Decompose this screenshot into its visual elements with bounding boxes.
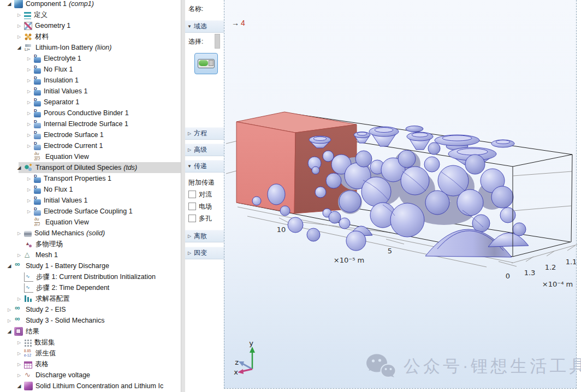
- graphics-window[interactable]: →4: [224, 0, 577, 389]
- tree-item[interactable]: ▷材料: [0, 31, 181, 42]
- collapsed-arrow-icon[interactable]: ▷: [25, 122, 33, 127]
- tree-item[interactable]: ▷Initial Values 1: [0, 195, 181, 206]
- tree-item[interactable]: ▷Study 2 - EIS: [0, 304, 181, 315]
- collapsed-arrow-icon[interactable]: ▷: [25, 176, 33, 181]
- collapsed-arrow-icon[interactable]: ▷: [25, 89, 33, 94]
- plot-1d-icon: [24, 371, 33, 379]
- tree-item[interactable]: ▷Electrode Surface Coupling 1: [0, 206, 181, 217]
- checkbox-icon[interactable]: [188, 215, 196, 222]
- expanded-arrow-icon[interactable]: ◢: [5, 263, 13, 269]
- electric-field-checkbox-row[interactable]: 电场: [185, 200, 224, 212]
- tree-item-tag: (liion): [95, 44, 112, 51]
- tree-item[interactable]: ▷定义: [0, 9, 181, 20]
- collapsed-arrow-icon[interactable]: ▷: [25, 100, 33, 105]
- collapsed-arrow-icon[interactable]: ▷: [15, 373, 23, 378]
- expanded-arrow-icon[interactable]: ◢: [5, 1, 13, 7]
- tree-item[interactable]: ▷派生值: [0, 348, 181, 359]
- geometry-icon: [24, 22, 32, 30]
- collapsed-arrow-icon[interactable]: ▷: [25, 198, 33, 203]
- tree-item[interactable]: ▷Transport Properties 1: [0, 173, 181, 184]
- collapsed-arrow-icon[interactable]: ▷: [15, 340, 23, 345]
- convection-checkbox-row[interactable]: 对流: [185, 188, 224, 200]
- tree-item[interactable]: ▷Initial Values 1: [0, 86, 181, 97]
- tree-item[interactable]: ▷No Flux 1: [0, 184, 181, 195]
- tree-item[interactable]: ▷Separator 1: [0, 97, 181, 108]
- tree-item[interactable]: ▷求解器配置: [0, 293, 181, 304]
- tree-item[interactable]: ▷Electrode Surface 1: [0, 129, 181, 140]
- tree-item[interactable]: ▷Porous Conductive Binder 1: [0, 108, 181, 118]
- collapsed-arrow-icon[interactable]: ▷: [5, 307, 13, 312]
- collapsed-arrow-icon[interactable]: ▷: [25, 209, 33, 214]
- collapsed-arrow-icon[interactable]: ▷: [15, 34, 23, 39]
- tree-item[interactable]: ◢Solid Lithium Concentration and Lithium…: [0, 381, 181, 391]
- expanded-arrow-icon[interactable]: ◢: [15, 383, 23, 389]
- collapsed-arrow-icon[interactable]: ▷: [25, 78, 33, 83]
- tree-item[interactable]: ◢Component 1(comp1): [0, 0, 181, 9]
- section-domain-selection[interactable]: ▼ 域选: [185, 20, 224, 33]
- section-transport[interactable]: ▼ 传递: [185, 160, 224, 173]
- checkbox-icon[interactable]: [188, 203, 196, 210]
- depth-tick-1-3: 1.3: [524, 269, 536, 277]
- collapsed-arrow-icon[interactable]: ▷: [25, 133, 33, 138]
- collapsed-arrow-icon[interactable]: ▷: [15, 362, 23, 367]
- tree-item[interactable]: ▷Study 3 - Solid Mechanics: [0, 315, 181, 326]
- tree-item[interactable]: ◢结果: [0, 326, 181, 337]
- tree-item[interactable]: ▷表格: [0, 359, 181, 370]
- collapsed-arrow-icon[interactable]: ▷: [25, 67, 33, 72]
- boundary-condition-icon: [34, 145, 41, 150]
- expanded-arrow-icon[interactable]: ◢: [15, 165, 23, 170]
- tree-item[interactable]: Equation View: [0, 217, 181, 228]
- collapsed-arrow-icon[interactable]: ▷: [15, 231, 23, 236]
- activate-selection-button[interactable]: [194, 53, 218, 74]
- section-collapsed-icon: ▷: [185, 131, 194, 136]
- tree-item-label: Initial Values 1: [44, 197, 87, 204]
- section-equation[interactable]: ▷ 方程: [185, 127, 224, 140]
- collapsed-arrow-icon[interactable]: ▷: [25, 187, 33, 192]
- tree-panel-scrollbar[interactable]: [181, 0, 185, 392]
- tree-item-label: Internal Electrode Surface 1: [44, 120, 128, 128]
- collapsed-arrow-icon[interactable]: ▷: [15, 23, 23, 28]
- tree-item[interactable]: 多物理场: [0, 239, 181, 250]
- tree-item[interactable]: Equation View: [0, 151, 181, 162]
- collapsed-arrow-icon[interactable]: ▷: [15, 351, 23, 356]
- tree-item-label: 派生值: [35, 349, 56, 358]
- tree-item[interactable]: ▷Geometry 1: [0, 20, 181, 31]
- tree-item[interactable]: ▷No Flux 1: [0, 64, 181, 75]
- tree-item[interactable]: ▷Insulation 1: [0, 75, 181, 86]
- expanded-arrow-icon[interactable]: ◢: [15, 45, 23, 50]
- tree-item[interactable]: ◢Lithium-Ion Battery(liion): [0, 42, 181, 53]
- porous-media-checkbox-row[interactable]: 多孔: [185, 212, 224, 224]
- tree-item[interactable]: ▷Electrolyte 1: [0, 53, 181, 64]
- additional-transport-label: 附加传递: [185, 173, 224, 188]
- tree-item[interactable]: 步骤 1: Current Distribution Initializatio…: [0, 271, 181, 282]
- collapsed-arrow-icon[interactable]: ▷: [25, 144, 33, 149]
- collapsed-arrow-icon[interactable]: ▷: [15, 253, 23, 258]
- section-discretization[interactable]: ▷ 离散: [185, 230, 224, 242]
- tree-item[interactable]: ◢Transport of Diluted Species(tds): [0, 162, 181, 173]
- tree-item[interactable]: ▷Discharge voltage: [0, 370, 181, 381]
- 3d-scene: 10 5 0 ×10⁻⁵ m 1.3 1.2 1.1 ×10⁻⁴ m y z x: [224, 0, 577, 389]
- tree-item[interactable]: 步骤 2: Time Dependent: [0, 282, 181, 293]
- collapsed-arrow-icon[interactable]: ▷: [15, 13, 23, 17]
- domain-condition-icon: [34, 177, 41, 183]
- tree-item[interactable]: ◢Study 1 - Battery Discharge: [0, 260, 181, 271]
- expanded-arrow-icon[interactable]: ◢: [5, 329, 13, 334]
- axis-tick-marks: [279, 218, 575, 266]
- collapsed-arrow-icon[interactable]: ▷: [25, 111, 33, 116]
- collapsed-arrow-icon[interactable]: ▷: [5, 318, 13, 323]
- tree-item[interactable]: ▷Solid Mechanics(solid): [0, 228, 181, 239]
- tree-item[interactable]: ▷Mesh 1: [0, 250, 181, 260]
- section-dependent-variables[interactable]: ▷ 因变: [185, 247, 224, 259]
- section-collapsed-icon: ▷: [185, 234, 194, 239]
- domain-condition-icon: [34, 188, 41, 194]
- tree-item[interactable]: ▷数据集: [0, 337, 181, 348]
- tree-item-label: 求解器配置: [35, 294, 70, 304]
- section-advanced[interactable]: ▷ 高级: [185, 144, 224, 156]
- collapsed-arrow-icon[interactable]: ▷: [15, 296, 23, 301]
- tree-item[interactable]: ▷Electrode Current 1: [0, 140, 181, 151]
- tree-item[interactable]: ▷Internal Electrode Surface 1: [0, 118, 181, 129]
- checkbox-icon[interactable]: [188, 191, 196, 198]
- settings-scrollbar-thumb[interactable]: [215, 34, 220, 49]
- tree-item-label: Electrode Surface 1: [44, 131, 104, 139]
- collapsed-arrow-icon[interactable]: ▷: [25, 56, 33, 61]
